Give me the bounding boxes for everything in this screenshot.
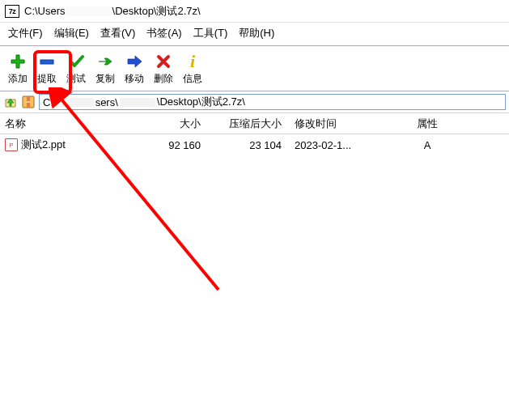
info-icon: i <box>190 53 195 70</box>
toolbar-move-label: 移动 <box>125 72 144 86</box>
menu-help[interactable]: 帮助(H) <box>239 26 274 40</box>
menu-edit[interactable]: 编辑(E) <box>54 26 89 40</box>
minus-icon <box>39 53 55 70</box>
window-title: C:\Users\Desktop\测试2.7z\ <box>24 4 201 19</box>
title-suffix: \Desktop\测试2.7z\ <box>112 5 201 17</box>
file-packed-size: 23 104 <box>209 139 290 151</box>
menu-view[interactable]: 查看(V) <box>100 26 135 40</box>
toolbar-info-button[interactable]: i 信息 <box>178 49 207 86</box>
svg-rect-3 <box>27 101 30 103</box>
toolbar-copy-button[interactable]: 复制 <box>91 49 120 86</box>
toolbar-add-label: 添加 <box>8 72 28 86</box>
redacted-segment <box>120 98 155 107</box>
column-attributes[interactable]: 属性 <box>387 117 468 131</box>
check-icon <box>68 53 84 70</box>
title-prefix: C:\Users <box>24 5 66 17</box>
menu-tools[interactable]: 工具(T) <box>193 26 228 40</box>
delete-x-icon <box>155 53 172 70</box>
column-header-row: 名称 大小 压缩后大小 修改时间 属性 <box>0 113 509 134</box>
file-name: 测试2.ppt <box>21 138 66 152</box>
menubar: 文件(F) 编辑(E) 查看(V) 书签(A) 工具(T) 帮助(H) <box>0 23 509 45</box>
titlebar: 7z C:\Users\Desktop\测试2.7z\ <box>0 0 509 23</box>
toolbar-test-button[interactable]: 测试 <box>62 49 91 86</box>
redacted-segment <box>58 98 94 107</box>
toolbar-copy-label: 复制 <box>95 72 115 86</box>
menu-bookmarks[interactable]: 书签(A) <box>146 26 181 40</box>
column-packed-size[interactable]: 压缩后大小 <box>209 117 290 131</box>
column-name[interactable]: 名称 <box>0 117 139 131</box>
toolbar-add-button[interactable]: 添加 <box>3 49 32 86</box>
path-mid1: sers\ <box>95 96 118 108</box>
toolbar-info-label: 信息 <box>183 72 202 86</box>
file-attr: A <box>387 139 468 151</box>
toolbar-delete-label: 删除 <box>154 72 173 86</box>
archive-icon[interactable] <box>21 95 36 109</box>
up-folder-icon[interactable] <box>3 95 18 109</box>
path-input[interactable]: C:\sers\\Desktop\测试2.7z\ <box>39 94 506 110</box>
copy-arrow-icon <box>97 53 113 70</box>
path-suffix: \Desktop\测试2.7z\ <box>157 95 245 109</box>
redacted-segment <box>66 6 112 16</box>
toolbar-delete-button[interactable]: 删除 <box>149 49 178 86</box>
toolbar-extract-label: 提取 <box>37 72 57 86</box>
ppt-file-icon: P <box>5 138 18 151</box>
file-size: 92 160 <box>139 139 209 151</box>
plus-icon <box>10 53 26 70</box>
file-mtime: 2023-02-1... <box>290 139 387 151</box>
column-size[interactable]: 大小 <box>139 117 209 131</box>
path-prefix: C:\ <box>43 96 57 108</box>
toolbar-extract-button[interactable]: 提取 <box>32 49 62 86</box>
file-list[interactable]: P 测试2.ppt 92 160 23 104 2023-02-1... A <box>0 134 509 420</box>
toolbar-test-label: 测试 <box>66 72 86 86</box>
toolbar-move-button[interactable]: 移动 <box>120 49 149 86</box>
app-icon-7z: 7z <box>5 5 19 18</box>
toolbar: 添加 提取 测试 复制 移动 删除 i 信息 <box>0 46 509 91</box>
menu-file[interactable]: 文件(F) <box>8 26 43 40</box>
svg-rect-0 <box>40 60 53 64</box>
pathbar: C:\sers\\Desktop\测试2.7z\ <box>0 91 509 113</box>
move-arrow-icon <box>126 53 142 70</box>
column-modified[interactable]: 修改时间 <box>290 117 387 131</box>
table-row[interactable]: P 测试2.ppt 92 160 23 104 2023-02-1... A <box>0 134 509 155</box>
